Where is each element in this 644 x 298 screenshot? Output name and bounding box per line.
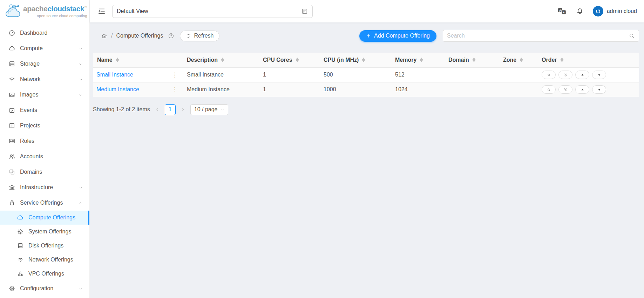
search-box xyxy=(443,30,639,42)
sidebar-item-events[interactable]: Events xyxy=(0,102,89,118)
sidebar-item-label: Compute Offerings xyxy=(28,214,83,221)
bell-icon[interactable] xyxy=(576,7,584,15)
sidebar-item-compute[interactable]: Compute xyxy=(0,41,89,56)
row-actions-icon[interactable]: ⋮ xyxy=(170,71,179,79)
search-icon[interactable] xyxy=(629,33,635,39)
sidebar-item-images[interactable]: Images xyxy=(0,87,89,102)
project-icon xyxy=(8,122,15,129)
sidebar-item-label: Service Offerings xyxy=(20,200,74,206)
page-content: / Compute Offerings Refresh Add Compute … xyxy=(90,22,644,298)
menu-fold-icon[interactable] xyxy=(97,7,106,15)
images-icon xyxy=(8,91,15,98)
sidebar-item-compute-offerings[interactable]: Compute Offerings xyxy=(0,211,89,225)
column-header-zone[interactable]: Zone xyxy=(499,53,537,67)
sort-icon xyxy=(221,58,224,62)
column-header-cpu-cores[interactable]: CPU Cores xyxy=(259,53,319,67)
page-header-row: / Compute Offerings Refresh Add Compute … xyxy=(93,28,639,44)
sidebar-item-domains[interactable]: Domains xyxy=(0,164,89,180)
user-name: admin cloud xyxy=(607,8,637,14)
sidebar-item-roles[interactable]: Roles xyxy=(0,133,89,149)
breadcrumb: / Compute Offerings xyxy=(101,33,174,39)
table-row: Small Instance ⋮ Small Instance 1 500 51… xyxy=(93,67,639,82)
sidebar-item-label: VPC Offerings xyxy=(28,271,83,277)
move-to-bottom-button[interactable] xyxy=(558,85,572,94)
column-header-name[interactable]: Name xyxy=(93,53,183,67)
add-compute-offering-button[interactable]: Add Compute Offering xyxy=(359,30,436,42)
user-avatar-icon xyxy=(593,6,603,16)
refresh-button[interactable]: Refresh xyxy=(180,31,219,41)
column-header-description[interactable]: Description xyxy=(183,53,259,67)
move-to-top-button[interactable] xyxy=(542,71,556,79)
help-circle-icon[interactable] xyxy=(168,33,174,39)
sidebar-item-system-offerings[interactable]: System Offerings xyxy=(0,225,89,239)
page-size-value: 10 / page xyxy=(194,106,218,113)
wifi-icon xyxy=(17,256,24,263)
move-up-button[interactable] xyxy=(575,71,589,79)
domains-icon xyxy=(8,168,15,176)
move-down-button[interactable] xyxy=(592,85,606,94)
sidebar-item-label: Network Offerings xyxy=(28,257,83,263)
next-page-icon[interactable] xyxy=(181,107,185,112)
move-up-button[interactable] xyxy=(575,85,589,94)
cell-description: Medium Instance xyxy=(183,82,259,97)
sidebar-item-infrastructure[interactable]: Infrastructure xyxy=(0,180,89,195)
move-to-bottom-button[interactable] xyxy=(558,71,572,79)
move-down-button[interactable] xyxy=(592,71,606,79)
idcard-icon xyxy=(8,138,15,145)
offering-name-link[interactable]: Medium Instance xyxy=(96,86,139,93)
view-selector[interactable]: Default View xyxy=(112,5,313,18)
gear-icon xyxy=(17,228,24,235)
cloudstack-mascot-icon xyxy=(5,3,21,19)
column-header-memory[interactable]: Memory xyxy=(391,53,444,67)
logo-apache: apache xyxy=(23,5,47,13)
sidebar: apachecloudstack™ open source cloud comp… xyxy=(0,0,90,298)
search-input[interactable] xyxy=(447,33,629,39)
page-number-button[interactable]: 1 xyxy=(165,104,176,115)
table-row: Medium Instance ⋮ Medium Instance 1 1000… xyxy=(93,82,639,97)
breadcrumb-separator: / xyxy=(111,33,113,39)
svg-text:A: A xyxy=(559,9,561,12)
user-menu[interactable]: admin cloud xyxy=(593,6,637,16)
offering-name-link[interactable]: Small Instance xyxy=(96,72,133,78)
shopping-bag-icon xyxy=(8,199,15,206)
translate-icon[interactable]: A ★ xyxy=(558,7,567,15)
row-actions-icon[interactable]: ⋮ xyxy=(170,86,179,93)
move-to-top-button[interactable] xyxy=(542,85,556,94)
sidebar-item-label: Dashboard xyxy=(20,30,83,36)
sidebar-item-label: System Offerings xyxy=(28,229,83,235)
sidebar-item-vpc-offerings[interactable]: VPC Offerings xyxy=(0,267,89,281)
column-header-order[interactable]: Order xyxy=(537,53,639,67)
page-size-select[interactable]: 10 / page xyxy=(190,104,229,115)
order-controls xyxy=(542,71,635,79)
chevron-down-icon xyxy=(79,46,83,51)
column-header-domain[interactable]: Domain xyxy=(444,53,499,67)
sidebar-item-service-offerings[interactable]: Service Offerings xyxy=(0,195,89,211)
sidebar-item-storage[interactable]: Storage xyxy=(0,56,89,72)
project-board-icon xyxy=(301,8,308,15)
sidebar-item-label: Domains xyxy=(20,169,83,175)
column-header-cpu-mhz[interactable]: CPU (in MHz) xyxy=(319,53,391,67)
sort-icon xyxy=(296,58,299,62)
cloudstack-logo[interactable]: apachecloudstack™ open source cloud comp… xyxy=(0,0,89,22)
sidebar-item-dashboard[interactable]: Dashboard xyxy=(0,25,89,41)
prev-page-icon[interactable] xyxy=(155,107,160,112)
cell-cpu-mhz: 500 xyxy=(319,67,391,82)
sidebar-item-configuration[interactable]: Configuration xyxy=(0,281,89,296)
cloud-icon xyxy=(8,45,15,52)
breadcrumb-current: Compute Offerings xyxy=(116,33,163,39)
logo-cloudstack: cloudstack xyxy=(47,5,84,13)
reload-icon xyxy=(186,33,191,39)
app-root: apachecloudstack™ open source cloud comp… xyxy=(0,0,644,298)
dashboard-icon xyxy=(8,29,15,37)
home-icon[interactable] xyxy=(101,33,108,39)
sort-icon xyxy=(362,58,365,62)
sidebar-item-network[interactable]: Network xyxy=(0,72,89,87)
sidebar-item-network-offerings[interactable]: Network Offerings xyxy=(0,253,89,267)
sidebar-item-accounts[interactable]: Accounts xyxy=(0,149,89,164)
sort-icon xyxy=(420,58,423,62)
sidebar-item-disk-offerings[interactable]: Disk Offerings xyxy=(0,239,89,253)
bank-icon xyxy=(8,184,15,191)
logo-tagline: open source cloud computing xyxy=(23,13,87,18)
cell-domain xyxy=(444,67,499,82)
sidebar-item-projects[interactable]: Projects xyxy=(0,118,89,133)
